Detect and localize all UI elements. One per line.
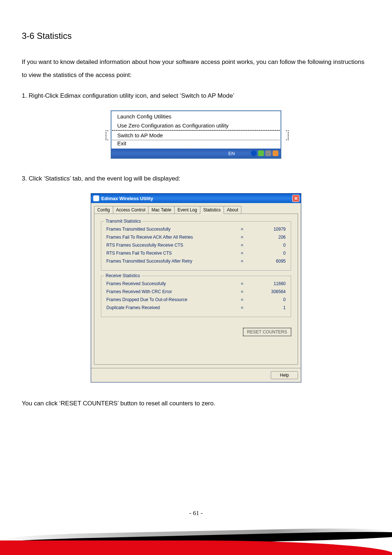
tab-statistics[interactable]: Statistics [200, 206, 224, 214]
menu-item-switch-ap[interactable]: Switch to AP Mode [112, 130, 280, 140]
equals-sign: = [235, 281, 249, 286]
table-row: RTS Frames Successfully Receive CTS = 0 [106, 241, 286, 249]
table-row: Duplicate Frames Received = 1 [106, 304, 286, 312]
tray-icon-app[interactable] [273, 150, 278, 156]
stat-label: Frames Received Successfully [106, 281, 235, 286]
step-1: 1. Right-Click Edimax configuration util… [22, 92, 370, 100]
context-menu-figure: Launch Config Utilities Use Zero Configu… [22, 110, 370, 159]
stat-label: RTS Frames Successfully Receive CTS [106, 243, 235, 248]
dialog-figure: Edimax Wireless Utility ✕ Config Access … [22, 193, 370, 382]
stat-value: 306564 [249, 289, 286, 294]
language-indicator[interactable]: EN [228, 151, 235, 156]
equals-sign: = [235, 305, 249, 310]
equals-sign: = [235, 243, 249, 248]
stat-label: Frames Transmitted Successfully [106, 227, 235, 232]
equals-sign: = [235, 251, 249, 256]
intro-paragraph: If you want to know detailed information… [22, 56, 370, 81]
table-row: Frames Received With CRC Error = 306564 [106, 288, 286, 296]
table-row: RTS Frames Fail To Receive CTS = 0 [106, 249, 286, 257]
footer-graphic [0, 522, 392, 555]
tab-mac-table[interactable]: Mac Table [148, 206, 174, 214]
stat-label: Frames Dropped Due To Out-of-Resource [106, 297, 235, 302]
tab-access-control[interactable]: Access Control [113, 206, 149, 214]
stat-label: Frames Fail To Receive ACK After All Ret… [106, 235, 235, 240]
table-row: Frames Transmitted Successfully = 10979 [106, 225, 286, 233]
stat-value: 1 [249, 305, 286, 310]
table-row: Frames Dropped Due To Out-of-Resource = … [106, 296, 286, 304]
tray-icon-shield[interactable] [251, 150, 257, 156]
transmit-fieldset: Transmit Statistics Frames Transmitted S… [101, 221, 291, 271]
menu-item-launch[interactable]: Launch Config Utilities [112, 112, 280, 121]
close-button[interactable]: ✕ [292, 195, 299, 202]
table-row: Frames Fail To Receive ACK After All Ret… [106, 233, 286, 241]
stat-label: Frames Transmitted Successfully After Re… [106, 259, 235, 264]
stat-label: RTS Frames Fail To Receive CTS [106, 251, 235, 256]
stat-label: Duplicate Frames Received [106, 305, 235, 310]
tab-about[interactable]: About [224, 206, 241, 214]
equals-sign: = [235, 259, 249, 264]
step-3: 3. Click ‘Statistics’ tab, and the event… [22, 175, 370, 182]
receive-fieldset: Receive Statistics Frames Received Succe… [101, 276, 291, 317]
receive-legend: Receive Statistics [104, 273, 142, 278]
menu-item-zero-config[interactable]: Use Zero Configuration as Configuration … [112, 121, 280, 130]
stat-value: 10979 [249, 227, 286, 232]
tray-icon-network[interactable] [258, 150, 264, 156]
equals-sign: = [235, 227, 249, 232]
stat-value: 0 [249, 251, 286, 256]
transmit-legend: Transmit Statistics [104, 219, 143, 224]
stat-value: 11660 [249, 281, 286, 286]
equals-sign: = [235, 297, 249, 302]
equals-sign: = [235, 289, 249, 294]
reset-counters-button[interactable]: RESET COUNTERS [243, 328, 291, 336]
outro-paragraph: You can click ‘RESET COUNTERS’ button to… [22, 397, 370, 410]
dialog-title: Edimax Wireless Utility [101, 196, 153, 201]
tab-event-log[interactable]: Event Log [174, 206, 200, 214]
equals-sign: = [235, 235, 249, 240]
help-button[interactable]: Help [271, 371, 298, 379]
stat-value: 206 [249, 235, 286, 240]
tab-config[interactable]: Config [94, 206, 113, 214]
tabs-row: Config Access Control Mac Table Event Lo… [91, 203, 301, 214]
stat-value: 6095 [249, 259, 286, 264]
tray-icon-volume[interactable] [265, 150, 271, 156]
app-icon [93, 195, 99, 201]
page-number: - 61 - [0, 510, 392, 517]
edimax-dialog: Edimax Wireless Utility ✕ Config Access … [91, 193, 301, 382]
table-row: Frames Transmitted Successfully After Re… [106, 257, 286, 265]
titlebar: Edimax Wireless Utility ✕ [91, 194, 301, 203]
menu-item-exit[interactable]: Exit [112, 140, 280, 148]
table-row: Frames Received Successfully = 11660 [106, 280, 286, 288]
stat-label: Frames Received With CRC Error [106, 289, 235, 294]
section-heading: 3-6 Statistics [22, 31, 370, 41]
dialog-body: Transmit Statistics Frames Transmitted S… [94, 214, 298, 365]
context-menu: Launch Config Utilities Use Zero Configu… [111, 110, 281, 159]
taskbar: EN [111, 149, 281, 158]
stat-value: 0 [249, 297, 286, 302]
stat-value: 0 [249, 243, 286, 248]
